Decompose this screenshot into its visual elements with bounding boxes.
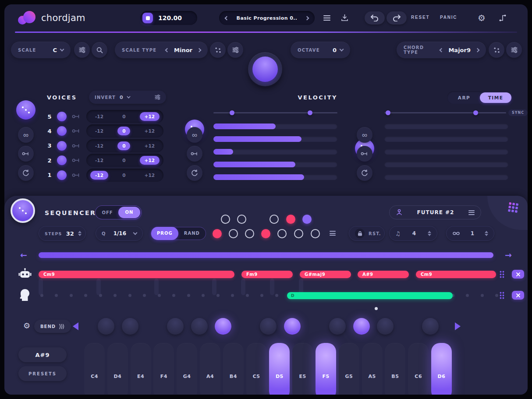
note-track-drag-handle[interactable] <box>500 292 504 299</box>
chord-type-prev-icon[interactable] <box>440 48 444 52</box>
note-step-dot[interactable] <box>202 294 205 297</box>
voice-octave-option[interactable]: 0 <box>117 156 130 165</box>
export-icon[interactable] <box>341 14 348 23</box>
velocity-bar-track[interactable] <box>213 162 337 167</box>
undo-button[interactable] <box>365 11 385 25</box>
voice-octave-option[interactable]: +12 <box>140 127 160 135</box>
chord-clip[interactable]: Cm9 <box>39 271 234 278</box>
note-step-dot[interactable] <box>495 294 498 297</box>
note-step-dot[interactable] <box>466 294 469 297</box>
arp-bar-track[interactable] <box>384 149 508 155</box>
note-step-dot[interactable] <box>172 294 175 297</box>
velocity-refresh-button[interactable] <box>187 165 202 181</box>
voice-octave-option[interactable]: +12 <box>140 156 160 165</box>
arp-bar-track[interactable] <box>384 162 508 167</box>
chord-track-clear-button[interactable] <box>512 270 524 279</box>
step-dot[interactable] <box>213 229 222 238</box>
chord-randomize-button[interactable] <box>489 42 504 58</box>
step-dot[interactable] <box>302 215 312 224</box>
note-step-dot[interactable] <box>260 294 263 297</box>
note-division-control[interactable]: ♫ 4 <box>389 226 437 241</box>
tab-time[interactable]: TIME <box>480 92 511 103</box>
velocity-bar-track[interactable] <box>213 136 337 142</box>
voice-octave-option[interactable]: +12 <box>140 171 160 180</box>
redo-button[interactable] <box>387 11 407 25</box>
note-step-dot[interactable] <box>84 294 87 297</box>
preset-menu-icon[interactable] <box>468 210 475 215</box>
piano-key-B5[interactable]: B5 <box>385 343 405 395</box>
chord-type-next-icon[interactable] <box>475 48 480 52</box>
voice-octave-option[interactable]: +12 <box>140 112 160 121</box>
sync-badge[interactable]: SYNC <box>508 109 528 116</box>
power-on-label[interactable]: ON <box>118 207 140 218</box>
piano-key-C4[interactable]: C4 <box>84 343 105 395</box>
velocity-bar-track[interactable] <box>213 149 337 155</box>
main-knob[interactable] <box>248 52 282 86</box>
loop-control[interactable]: 1 <box>446 226 494 241</box>
velocity-bar-track[interactable] <box>213 124 337 129</box>
step-dot[interactable] <box>261 229 270 238</box>
preset-name[interactable]: Basic Progression 0.. <box>237 15 298 21</box>
piano-key-C6[interactable]: C6 <box>408 343 429 395</box>
robot-icon[interactable] <box>18 268 32 281</box>
step-dot[interactable] <box>286 215 295 224</box>
page-indicator-dot[interactable] <box>375 307 378 310</box>
preset-next-icon[interactable] <box>305 16 309 20</box>
arp-infinity-button[interactable]: ∞ <box>357 127 372 143</box>
sequencer-randomize-knob[interactable] <box>11 198 35 223</box>
voice-toggle[interactable] <box>57 141 67 151</box>
bend-knob[interactable] <box>329 318 346 335</box>
bend-knob[interactable] <box>122 318 138 335</box>
timeline-right-arrow[interactable]: → <box>505 251 512 259</box>
piano-key-G4[interactable]: G4 <box>177 343 197 395</box>
step-dot[interactable] <box>294 229 303 238</box>
piano-key-A4[interactable]: A4 <box>200 343 220 395</box>
step-dot[interactable] <box>277 229 287 238</box>
bend-knob[interactable] <box>377 318 394 335</box>
voice-toggle[interactable] <box>57 112 67 121</box>
tab-rand[interactable]: RAND <box>178 227 206 240</box>
voice-link-icon[interactable] <box>72 173 81 177</box>
voice-toggle[interactable] <box>57 126 67 136</box>
arp-link-button[interactable] <box>357 146 372 162</box>
velocity-slider-handle[interactable] <box>230 110 234 115</box>
voices-link-button[interactable] <box>18 146 34 162</box>
velocity-bar-track[interactable] <box>213 174 337 180</box>
note-step-dot[interactable] <box>128 294 131 297</box>
steps-menu-icon[interactable] <box>330 231 336 236</box>
chord-clip[interactable]: Cm9 <box>416 271 496 278</box>
chord-clip[interactable]: G#maj9 <box>300 271 351 278</box>
bend-knob[interactable] <box>260 318 277 335</box>
voices-refresh-button[interactable] <box>18 165 34 181</box>
scale-filter-button[interactable] <box>74 42 90 58</box>
bend-knob[interactable] <box>167 318 184 335</box>
step-dot[interactable] <box>270 215 279 224</box>
timeline-bar[interactable] <box>39 252 493 258</box>
arp-bar-track[interactable] <box>384 174 508 180</box>
note-track-clear-button[interactable] <box>512 291 524 300</box>
velocity-slider-handle[interactable] <box>308 110 312 115</box>
scale-type-control[interactable]: SCALE TYPE Minor <box>115 42 208 58</box>
step-dot[interactable] <box>237 215 246 224</box>
arp-bar-track[interactable] <box>384 136 508 142</box>
voice-octave-option[interactable]: 0 <box>117 141 130 150</box>
piano-key-D5[interactable]: D5 <box>269 343 290 395</box>
voice-octave-option[interactable]: -12 <box>90 112 108 121</box>
scale-type-next-icon[interactable] <box>197 48 202 52</box>
stepper-icon[interactable] <box>428 231 431 237</box>
voice-octave-option[interactable]: -12 <box>90 127 108 135</box>
grid-icon[interactable] <box>507 202 518 215</box>
note-step-dot[interactable] <box>55 294 58 297</box>
seq-preset-selector[interactable]: FUTURE #2 <box>389 205 481 219</box>
bend-knob[interactable] <box>98 318 114 335</box>
steps-control[interactable]: STEPS 32 <box>39 226 86 241</box>
voice-octave-option[interactable]: -12 <box>90 171 108 180</box>
voices-infinity-button[interactable]: ∞ <box>18 127 34 143</box>
tab-prog[interactable]: PROG <box>151 227 178 240</box>
note-step-dot[interactable] <box>70 294 73 297</box>
bend-knob[interactable] <box>422 318 439 335</box>
chord-clip[interactable]: A#9 <box>358 271 409 278</box>
bpm-value[interactable]: 120.00 <box>158 14 182 21</box>
step-dot[interactable] <box>221 215 230 224</box>
note-step-dot[interactable] <box>187 294 190 297</box>
